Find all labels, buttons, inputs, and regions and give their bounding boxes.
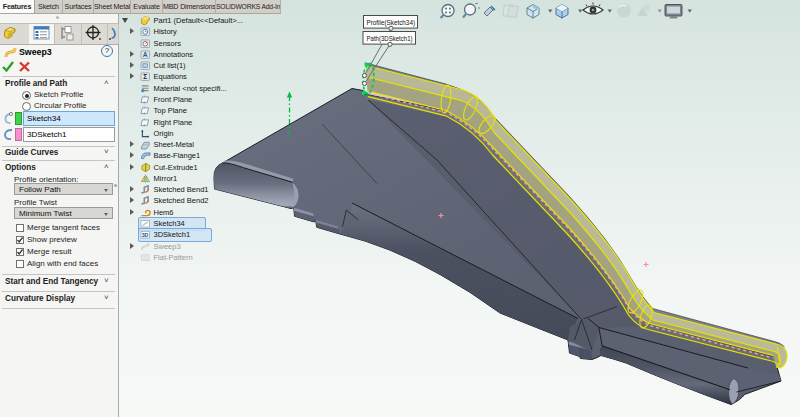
svg-text:Path(3DSketch1): Path(3DSketch1) bbox=[367, 34, 413, 43]
svg-text:3D: 3D bbox=[142, 232, 149, 238]
svg-text:A: A bbox=[143, 51, 148, 58]
svg-text:Σ: Σ bbox=[143, 74, 147, 81]
svg-text:Profile(Sketch34): Profile(Sketch34) bbox=[367, 18, 416, 27]
